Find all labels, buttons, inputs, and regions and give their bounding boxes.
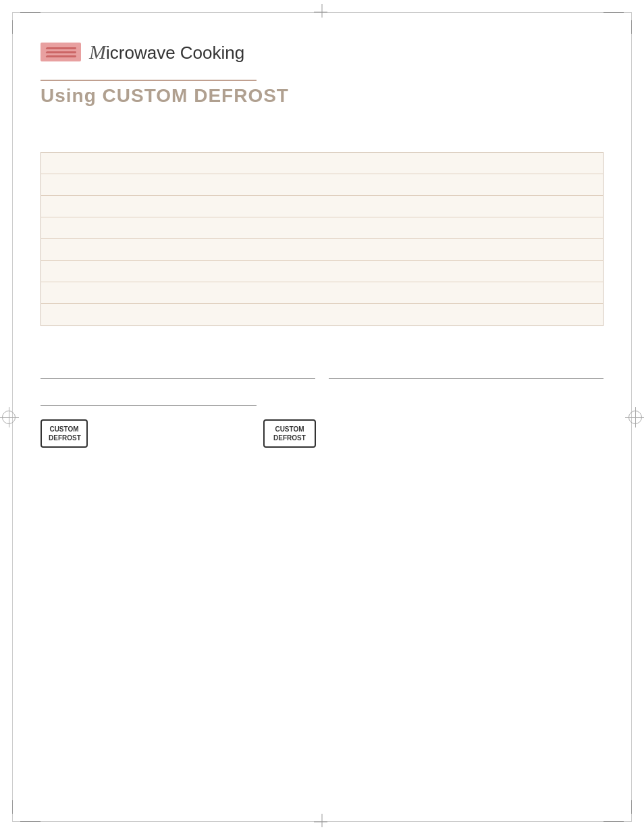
logo-line-2 <box>45 51 76 53</box>
logo-line-3 <box>45 55 76 57</box>
tick-bl-h <box>20 821 41 822</box>
custom-defrost-button-1[interactable]: CUSTOM DEFROST <box>41 419 88 448</box>
logo-lines <box>46 47 76 57</box>
header-title-text: icrowave Cooking <box>106 43 244 63</box>
tick-tr-v <box>631 20 632 34</box>
divider-line-left <box>41 378 315 379</box>
section-title: Using CUSTOM DEFROST <box>41 85 289 107</box>
btn1-line1: CUSTOM <box>49 425 80 434</box>
tick-tl-v <box>12 20 13 34</box>
table-row <box>41 196 603 217</box>
content-table <box>41 152 603 326</box>
divider-line-right <box>329 378 603 379</box>
binding-circle-right <box>628 411 642 424</box>
table-row <box>41 261 603 282</box>
table-row <box>41 174 603 196</box>
header-title-m: M <box>89 41 106 63</box>
binding-circle-left <box>2 411 16 424</box>
top-center-crosshair <box>314 4 330 20</box>
header-title: Microwave Cooking <box>89 41 244 63</box>
table-row <box>41 304 603 325</box>
buttons-container: CUSTOM DEFROST CUSTOM DEFROST <box>41 419 603 448</box>
tick-bl-v <box>12 800 13 814</box>
btn1-line2: DEFROST <box>49 434 80 442</box>
lower-divider <box>41 405 257 406</box>
btn2-line2: DEFROST <box>271 434 308 442</box>
table-row <box>41 217 603 239</box>
table-row <box>41 282 603 304</box>
main-content <box>41 132 603 326</box>
divider-section <box>41 378 603 379</box>
tick-tr-h <box>603 12 624 13</box>
table-row <box>41 239 603 261</box>
table-row <box>41 153 603 174</box>
tick-br-v <box>631 800 632 814</box>
page-header: Microwave Cooking <box>41 41 244 63</box>
header-logo <box>41 43 81 61</box>
lower-section: CUSTOM DEFROST CUSTOM DEFROST <box>41 392 603 448</box>
logo-line-1 <box>45 47 76 49</box>
tick-br-h <box>603 821 624 822</box>
bottom-center-crosshair <box>314 814 330 830</box>
custom-defrost-button-2[interactable]: CUSTOM DEFROST <box>263 419 316 448</box>
btn2-line1: CUSTOM <box>271 425 308 434</box>
tick-tl-h <box>20 12 41 13</box>
section-title-line <box>41 80 257 81</box>
section-title-container: Using CUSTOM DEFROST <box>41 80 289 107</box>
